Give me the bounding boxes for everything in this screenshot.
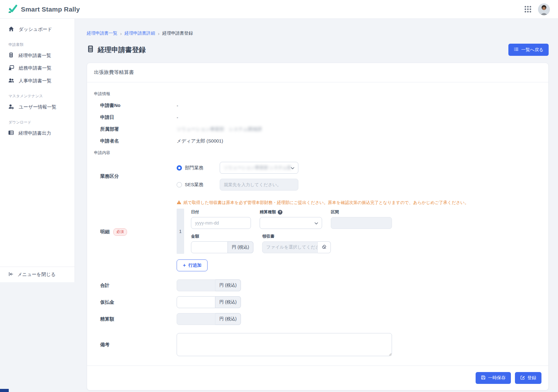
register-button[interactable]: 登録 [515,372,541,384]
detail-row-number: 1 [177,209,184,254]
sidebar-section-download: ダウンロード [0,114,75,127]
sidebar-item-label: 経理申請書一覧 [18,53,51,59]
sidebar-section-documents: 申請書類 [0,36,75,49]
amount-label: 金額 [191,234,253,239]
sidebar-item-label: ダッシュボード [19,27,52,32]
person-board-icon [8,65,14,71]
details-label: 明細 [100,229,110,235]
calculator-icon [8,52,14,59]
currency-suffix: 円 (税込) [215,313,241,325]
warning-triangle-icon [177,200,181,205]
ses-work-label[interactable]: SES業務 [185,182,220,188]
table-icon [8,130,14,136]
field-row-settlement: 精算額 円 (税込) [94,313,541,325]
date-input[interactable] [191,217,251,229]
plus-icon: + [183,263,186,268]
breadcrumb-separator: › [158,31,159,36]
dept-work-label[interactable]: 部門業務 [185,165,220,171]
breadcrumb: 経理申請書一覧 › 経理申請書詳細 › 経理申請書登録 [87,31,549,36]
breadcrumb-link-accounting-list[interactable]: 経理申請書一覧 [87,31,117,36]
breadcrumb-separator: › [120,31,122,36]
sidebar-item-label: ユーザー情報一覧 [19,104,56,110]
clear-file-button[interactable] [318,241,331,253]
card-title: 出張旅費等精算書 [87,63,548,82]
collapse-left-icon [8,272,13,278]
sidebar-item-accounting-export[interactable]: 経理申請書出力 [0,127,75,139]
settlement-type-label: 精算種類 [260,209,276,215]
currency-suffix: 円 (税込) [215,279,241,291]
expense-form-card: 出張旅費等精算書 申請情報 申請書No - 申請日 - 所属部署 ソリューション… [87,63,549,390]
section-route-input[interactable] [331,217,392,229]
sidebar-item-label: 総務申請書一覧 [19,65,51,71]
receipt-file-input[interactable]: ファイルを選択してください [262,241,318,253]
user-avatar[interactable] [538,3,550,15]
add-row-button[interactable]: + 行追加 [177,259,208,271]
sidebar-item-label: 人事申請書一覧 [19,78,51,84]
breadcrumb-link-accounting-detail[interactable]: 経理申請書詳細 [125,31,155,36]
sidebar-item-general-affairs-list[interactable]: 総務申請書一覧 [0,62,75,75]
field-row-advance: 仮払金 円 (税込) [94,296,541,308]
request-date-value: - [177,115,541,120]
apps-grid-icon[interactable] [525,6,531,12]
breadcrumb-current: 経理申請書登録 [162,31,193,36]
sidebar-item-accounting-list[interactable]: 経理申請書一覧 [0,49,75,62]
eraser-icon [322,244,326,250]
people-icon [8,78,14,84]
field-row-total: 合計 円 (税込) [94,279,541,291]
total-input [177,279,215,291]
app-title: Smart Stamp Rally [21,6,80,13]
ses-work-radio[interactable] [177,182,182,187]
back-to-list-button[interactable]: 一覧へ戻る [508,44,549,56]
request-no-value: - [177,103,541,108]
advance-input[interactable] [177,296,215,308]
sidebar-item-hr-list[interactable]: 人事申請書一覧 [0,75,75,87]
list-icon [514,47,519,53]
dept-select[interactable]: ソリューション事業部 システム部 [220,162,298,174]
detail-row-1: 1 日付 精算種類 [177,209,541,254]
section-label-request-content: 申請内容 [94,150,541,156]
field-row-department: 所属部署 ソリューション事業部 システム開発課 [94,126,541,132]
close-menu-button[interactable]: メニューを閉じる [0,267,75,282]
sidebar-section-master: マスタメンテナンス [0,87,75,101]
field-row-details: 明細 必須 紙で取得した領収書は原本を必ず管理本部財務・経理部にご提出ください。… [94,192,541,271]
chevron-down-icon [291,165,294,170]
required-badge: 必須 [113,228,127,236]
sidebar-item-dashboard[interactable]: ダッシュボード [0,23,75,36]
amount-input[interactable] [191,241,228,253]
person-gear-icon [8,104,14,110]
settlement-input [177,313,215,325]
ses-client-input[interactable] [220,179,298,191]
chevron-down-icon [315,220,318,225]
save-icon [481,375,486,381]
department-value-redacted: ソリューション事業部 システム開発課 [177,126,541,132]
save-draft-button[interactable]: 一時保存 [476,372,511,384]
applicant-value: メディア太郎 (S0001) [177,138,541,144]
section-route-label: 区間 [331,209,392,215]
dept-work-radio[interactable] [177,165,182,171]
date-label: 日付 [191,209,251,215]
field-row-request-no: 申請書No - [94,103,541,109]
bottom-left-artifact [0,389,9,392]
receipt-warning: 紙で取得した領収書は原本を必ず管理本部財務・経理部にご提出ください。原本を確認次… [177,200,541,206]
app-header: Smart Stamp Rally [0,0,558,19]
calculator-icon [87,45,94,55]
field-row-remarks: 備考 [94,333,541,356]
close-menu-label: メニューを閉じる [17,272,56,278]
settlement-type-select[interactable] [260,217,322,229]
currency-suffix: 円 (税込) [215,296,241,308]
remarks-textarea[interactable] [177,333,392,356]
help-icon[interactable]: ? [278,210,282,215]
app-logo[interactable]: Smart Stamp Rally [8,4,80,15]
main-content: 経理申請書一覧 › 経理申請書詳細 › 経理申請書登録 経理申請書登録 一覧へ戻… [75,19,558,392]
card-footer: 一時保存 登録 [87,365,548,390]
section-label-request-info: 申請情報 [94,91,541,97]
page-title: 経理申請書登録 [87,45,146,55]
sidebar-item-label: 経理申請書出力 [18,130,51,136]
home-icon [8,26,14,33]
field-row-work-type: 業務区分 部門業務 ソリューション事業部 システム部 [94,162,541,191]
receipt-label: 領収書 [262,234,331,239]
field-row-request-date: 申請日 - [94,114,541,120]
edit-icon [520,375,525,381]
sidebar-item-user-info-list[interactable]: ユーザー情報一覧 [0,101,75,114]
sidebar: ダッシュボード 申請書類 経理申請書一覧 総務申請書一覧 人事申請書一覧 マスタ… [0,19,75,282]
